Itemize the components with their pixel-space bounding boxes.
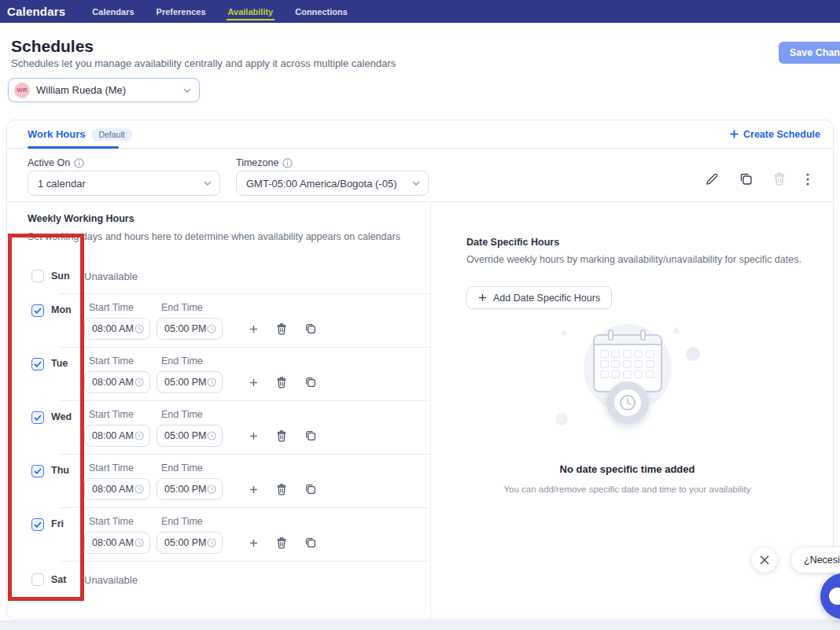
empty-state-title: No date specific time added (560, 463, 695, 475)
user-select[interactable]: WR William Rueda (Me) (8, 78, 200, 102)
day-checkbox-wed[interactable]: Wed (28, 401, 84, 455)
day-checkbox-fri[interactable]: Fri (28, 508, 84, 562)
weekly-description: Set working days and hours here to deter… (28, 231, 430, 242)
delete-slot-button[interactable] (273, 427, 290, 445)
add-slot-button[interactable] (246, 482, 261, 497)
start-time-input[interactable]: 08:00 AM (84, 371, 150, 393)
end-time-label: End Time (161, 462, 203, 473)
info-icon (74, 158, 84, 168)
copy-slot-button[interactable] (302, 534, 319, 551)
chat-logo-icon (829, 588, 840, 605)
clock-icon (606, 381, 649, 424)
chevron-down-icon (183, 88, 191, 93)
day-checkbox-mon[interactable]: Mon (28, 294, 84, 348)
clock-icon (207, 378, 216, 387)
delete-slot-button[interactable] (273, 534, 290, 552)
time-slots: Start Time End Time 08:00 AM 05:00 PM (84, 348, 319, 401)
add-date-specific-hours-button[interactable]: Add Date Specific Hours (466, 286, 612, 309)
nav-item-calendars[interactable]: Calendars (81, 0, 145, 23)
checkbox-icon[interactable] (31, 358, 44, 370)
end-time-label: End Time (161, 516, 203, 527)
nav-item-connections[interactable]: Connections (284, 0, 359, 23)
unavailable-text: Unavailable (84, 271, 138, 282)
day-checkbox-sat[interactable]: Sat (28, 573, 84, 586)
save-changes-button[interactable]: Save Changes (779, 42, 840, 64)
copy-icon (739, 172, 753, 186)
date-specific-title: Date Specific Hours (466, 237, 833, 248)
trash-icon (276, 537, 287, 549)
start-time-input[interactable]: 08:00 AM (84, 478, 150, 500)
nav-item-preferences[interactable]: Preferences (146, 0, 217, 23)
tab-work-hours[interactable]: Work Hours Default (28, 120, 132, 148)
app-logo: Calendars (7, 5, 65, 18)
checkbox-icon[interactable] (31, 518, 44, 531)
checkbox-icon[interactable] (31, 465, 44, 477)
nav-items: Calendars Preferences Availability Conne… (81, 0, 359, 23)
delete-slot-button[interactable] (273, 320, 290, 338)
day-label: Mon (51, 304, 72, 315)
trash-icon (276, 430, 287, 442)
trash-icon (773, 172, 786, 186)
date-specific-empty-state: No date specific time added You can add/… (431, 320, 823, 494)
pencil-icon (706, 172, 719, 186)
edit-schedule-button[interactable] (702, 169, 722, 189)
add-slot-button[interactable] (246, 536, 261, 551)
checkbox-icon[interactable] (31, 304, 44, 317)
default-badge: Default (91, 128, 131, 141)
chat-close-button[interactable] (752, 547, 777, 573)
schedule-card: Work Hours Default Create Schedule Activ… (6, 120, 834, 620)
start-time-input[interactable]: 08:00 AM (84, 318, 150, 340)
weekly-working-hours-panel: Weekly Working Hours Set working days an… (7, 202, 431, 621)
chat-tooltip[interactable]: ¿Necesitas ayu (791, 547, 840, 573)
page-bottom-strip (0, 621, 840, 630)
add-slot-button[interactable] (246, 322, 261, 337)
end-time-input[interactable]: 05:00 PM (157, 478, 223, 500)
add-slot-button[interactable] (246, 375, 261, 390)
start-time-input[interactable]: 08:00 AM (84, 532, 150, 554)
chevron-down-icon (204, 181, 212, 186)
add-slot-button[interactable] (246, 429, 261, 444)
time-slots: Start Time End Time 08:00 AM 05:00 PM (84, 455, 319, 508)
active-on-select[interactable]: 1 calendar (28, 171, 220, 196)
clock-icon (134, 484, 144, 494)
start-time-label: Start Time (89, 516, 161, 527)
day-checkbox-thu[interactable]: Thu (28, 455, 84, 508)
clock-icon (207, 538, 216, 547)
nav-item-availability[interactable]: Availability (217, 0, 285, 23)
day-checkbox-sun[interactable]: Sun (28, 270, 84, 282)
clock-icon (134, 538, 144, 547)
checkbox-icon[interactable] (31, 411, 44, 424)
avatar: WR (14, 83, 30, 98)
time-slots: Start Time End Time 08:00 AM 05:00 PM (84, 294, 319, 348)
create-schedule-label: Create Schedule (743, 129, 820, 140)
delete-schedule-button[interactable] (770, 169, 789, 189)
delete-slot-button[interactable] (273, 374, 290, 392)
page-title: Schedules (11, 37, 94, 56)
end-time-input[interactable]: 05:00 PM (157, 425, 223, 447)
checkbox-icon[interactable] (31, 573, 44, 586)
end-time-input[interactable]: 05:00 PM (157, 371, 223, 393)
more-options-button[interactable] (803, 170, 812, 189)
delete-slot-button[interactable] (273, 481, 290, 499)
start-time-input[interactable]: 08:00 AM (84, 425, 150, 447)
clock-icon (207, 484, 216, 494)
copy-icon (305, 377, 316, 388)
copy-slot-button[interactable] (302, 481, 319, 498)
kebab-menu-icon (806, 173, 809, 186)
copy-slot-button[interactable] (302, 320, 319, 337)
timezone-select[interactable]: GMT-05:00 America/Bogota (-05) (236, 171, 429, 196)
end-time-input[interactable]: 05:00 PM (157, 532, 223, 554)
weekly-rows: Sun Unavailable Mon Start Time (28, 258, 430, 598)
end-time-input[interactable]: 05:00 PM (157, 318, 223, 340)
start-time-label: Start Time (89, 302, 161, 313)
create-schedule-button[interactable]: Create Schedule (730, 129, 820, 140)
copy-icon (305, 537, 316, 548)
active-on-value: 1 calendar (38, 178, 204, 190)
copy-slot-button[interactable] (302, 427, 319, 444)
duplicate-schedule-button[interactable] (736, 169, 756, 189)
app-root: Calendars Calendars Preferences Availabi… (0, 0, 840, 630)
info-icon (282, 158, 293, 168)
day-checkbox-tue[interactable]: Tue (28, 348, 84, 401)
checkbox-icon[interactable] (31, 270, 44, 282)
copy-slot-button[interactable] (302, 374, 319, 391)
